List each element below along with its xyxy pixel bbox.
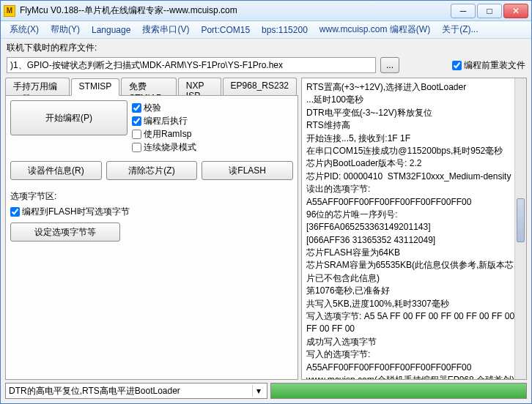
- option-section-label: 选项字节区:: [10, 190, 293, 203]
- scroll-thumb[interactable]: [517, 198, 525, 242]
- tabs: 手持万用编程器 STMISP 免费STMIAP NXP ISP EP968_RS…: [5, 78, 298, 95]
- menu-about[interactable]: 关于(Z)...: [437, 22, 482, 37]
- file-label: 联机下载时的程序文件:: [7, 42, 97, 54]
- tab-stmisp[interactable]: STMISP: [71, 78, 120, 96]
- write-option-check[interactable]: 编程到FLASH时写选项字节: [10, 206, 293, 218]
- continuous-check[interactable]: 连续烧录模式: [132, 141, 196, 154]
- menu-site[interactable]: www.mcuisp.com 编程器(W): [315, 22, 435, 37]
- window-title: FlyMcu V0.188--单片机在线编程专家--www.mcuisp.com: [20, 4, 451, 17]
- log-pane[interactable]: RTS置高(+3~+12V),选择进入BootLoader...延时100毫秒D…: [301, 78, 527, 380]
- clear-chip-button[interactable]: 清除芯片(Z): [106, 161, 198, 180]
- reload-before-checkbox[interactable]: [452, 61, 462, 70]
- titlebar: M FlyMcu V0.188--单片机在线编程专家--www.mcuisp.c…: [1, 1, 531, 21]
- main-window: M FlyMcu V0.188--单片机在线编程专家--www.mcuisp.c…: [0, 0, 532, 404]
- reload-before-check[interactable]: 编程前重装文件: [452, 59, 525, 72]
- tab-body: 开始编程(P) 校验 编程后执行 使用RamIsp 连续烧录模式 读器件信息(R…: [5, 95, 298, 380]
- menu-language[interactable]: Language: [87, 23, 135, 37]
- bottom-row: DTR的高电平复位,RTS高电平进BootLoader ▾: [1, 381, 531, 403]
- tab-stmiap[interactable]: 免费STMIAP: [121, 78, 177, 95]
- scrollbar[interactable]: [514, 78, 526, 379]
- menu-search-port[interactable]: 搜索串口(V): [138, 22, 193, 37]
- file-row: 联机下载时的程序文件:: [1, 39, 531, 57]
- menu-help[interactable]: 帮助(Y): [46, 22, 84, 37]
- tab-nxpisp[interactable]: NXP ISP: [178, 78, 221, 95]
- ramisp-check[interactable]: 使用RamIsp: [132, 128, 196, 141]
- main-area: 手持万用编程器 STMISP 免费STMIAP NXP ISP EP968_RS…: [1, 76, 531, 381]
- menu-port[interactable]: Port:COM15: [196, 23, 254, 37]
- close-button[interactable]: ✕: [503, 4, 528, 18]
- run-after-check[interactable]: 编程后执行: [132, 115, 196, 127]
- set-option-button[interactable]: 设定选项字节等: [10, 222, 120, 242]
- maximize-button[interactable]: □: [477, 4, 502, 18]
- app-icon: M: [4, 5, 15, 17]
- hex-path-input[interactable]: )1、GPIO-按键状态判断之扫描式\MDK-ARM\YS-F1Pro\YS-F…: [7, 57, 376, 73]
- log-content: RTS置高(+3~+12V),选择进入BootLoader...延时100毫秒D…: [306, 81, 522, 380]
- menubar: 系统(X) 帮助(Y) Language 搜索串口(V) Port:COM15 …: [1, 21, 531, 39]
- file-row-2: )1、GPIO-按键状态判断之扫描式\MDK-ARM\YS-F1Pro\YS-F…: [1, 57, 531, 76]
- reset-mode-combo[interactable]: DTR的高电平复位,RTS高电平进BootLoader ▾: [5, 383, 267, 399]
- browse-button[interactable]: ...: [380, 57, 399, 73]
- read-info-button[interactable]: 读器件信息(R): [10, 161, 102, 180]
- left-pane: 手持万用编程器 STMISP 免费STMIAP NXP ISP EP968_RS…: [5, 78, 298, 380]
- verify-check[interactable]: 校验: [132, 102, 196, 114]
- menu-system[interactable]: 系统(X): [5, 22, 43, 37]
- read-flash-button[interactable]: 读FLASH: [202, 161, 293, 180]
- combo-arrow-icon[interactable]: ▾: [252, 385, 264, 397]
- tab-ep968[interactable]: EP968_RS232: [223, 78, 297, 95]
- progress-bar: [270, 383, 527, 399]
- tab-handheld[interactable]: 手持万用编程器: [5, 78, 70, 95]
- minimize-button[interactable]: ─: [451, 4, 476, 18]
- start-program-button[interactable]: 开始编程(P): [10, 100, 128, 135]
- menu-bps[interactable]: bps:115200: [257, 23, 312, 37]
